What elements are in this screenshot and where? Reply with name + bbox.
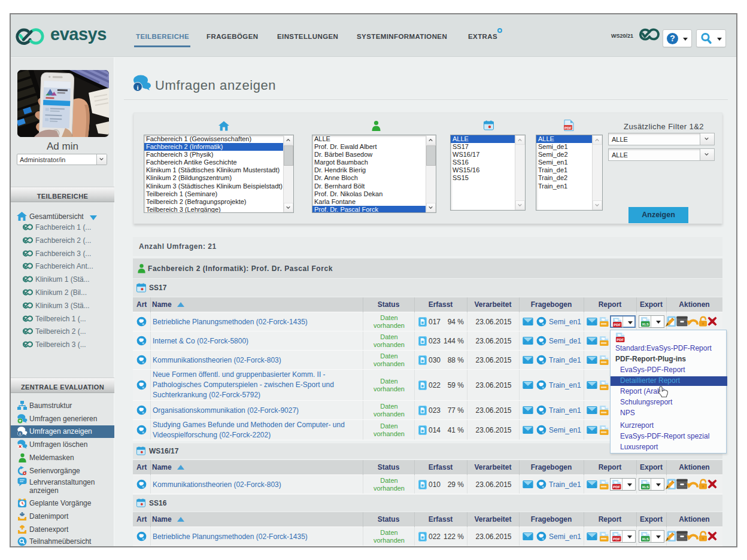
svg-text:i: i	[136, 84, 138, 91]
svg-text:PDF: PDF	[564, 126, 572, 130]
svg-text:i: i	[20, 431, 21, 436]
